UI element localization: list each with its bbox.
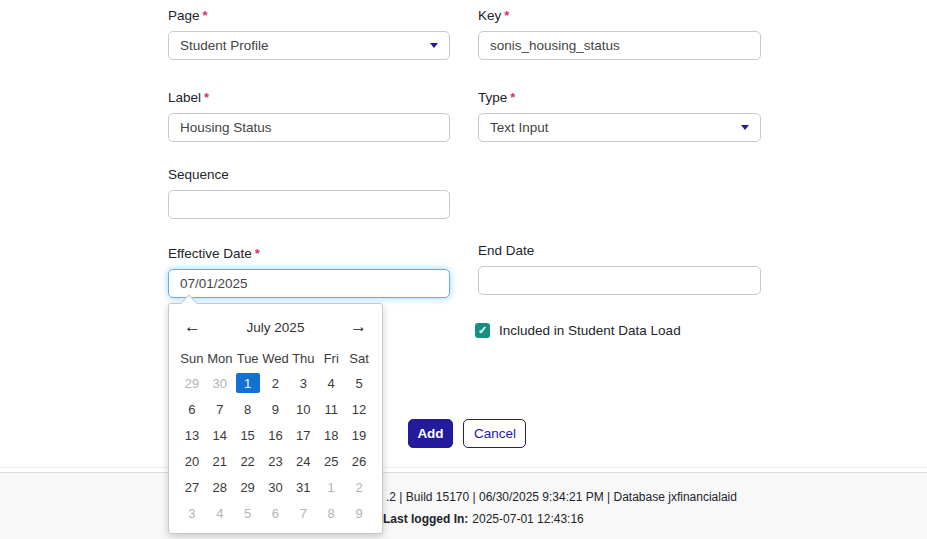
key-label: Key* [478,8,761,23]
required-asterisk: * [255,246,260,261]
calendar-day[interactable]: 18 [317,422,345,448]
calendar-day[interactable]: 22 [234,448,262,474]
page-select-value: Student Profile [180,38,269,53]
calendar-day[interactable]: 5 [345,370,373,396]
calendar-day[interactable]: 2 [262,370,290,396]
end-date-label: End Date [478,243,761,258]
effective-date-input[interactable] [168,269,450,298]
calendar-day-selected[interactable]: 1 [234,370,262,396]
calendar-day[interactable]: 4 [317,370,345,396]
add-button[interactable]: Add [408,419,453,448]
chevron-down-icon [741,125,749,130]
calendar-day[interactable]: 4 [206,500,234,526]
calendar-day-header: Sun [178,346,206,370]
calendar-day[interactable]: 28 [206,474,234,500]
calendar-day[interactable]: 15 [234,422,262,448]
footer-last-login: Last logged In:2025-07-01 12:43:16 [383,512,584,526]
calendar-day[interactable]: 3 [289,370,317,396]
required-asterisk: * [504,8,509,23]
chevron-down-icon [430,43,438,48]
calendar-day-header: Thu [289,346,317,370]
calendar-day[interactable]: 26 [345,448,373,474]
sequence-field-group: Sequence [168,167,450,219]
required-asterisk: * [510,90,515,105]
calendar-day[interactable]: 11 [317,396,345,422]
effective-date-label: Effective Date* [168,246,450,261]
calendar-day[interactable]: 25 [317,448,345,474]
student-data-load-checkbox-row: ✓ Included in Student Data Load [475,323,681,338]
calendar-day-header: Tue [234,346,262,370]
calendar-day[interactable]: 10 [289,396,317,422]
calendar-day[interactable]: 5 [234,500,262,526]
calendar-day[interactable]: 21 [206,448,234,474]
calendar-day[interactable]: 9 [262,396,290,422]
calendar-day[interactable]: 30 [206,370,234,396]
cancel-button[interactable]: Cancel [463,419,526,448]
required-asterisk: * [204,90,209,105]
calendar-day[interactable]: 30 [262,474,290,500]
calendar-day[interactable]: 12 [345,396,373,422]
calendar-day[interactable]: 6 [262,500,290,526]
included-in-student-data-load-checkbox[interactable]: ✓ [475,323,490,338]
type-field-group: Type* Text Input [478,90,761,142]
calendar-day[interactable]: 16 [262,422,290,448]
key-field-group: Key* [478,8,761,60]
key-input[interactable] [478,31,761,60]
type-select[interactable]: Text Input [478,113,761,142]
calendar-day[interactable]: 2 [345,474,373,500]
calendar-day[interactable]: 24 [289,448,317,474]
calendar-day[interactable]: 7 [206,396,234,422]
type-select-value: Text Input [490,120,549,135]
calendar-day[interactable]: 3 [178,500,206,526]
calendar-day-header: Wed [262,346,290,370]
previous-month-icon[interactable]: ← [180,312,205,344]
calendar-day[interactable]: 1 [317,474,345,500]
included-in-student-data-load-label: Included in Student Data Load [499,323,681,338]
next-month-icon[interactable]: → [346,312,371,344]
calendar-day[interactable]: 20 [178,448,206,474]
check-icon: ✓ [478,324,487,337]
calendar-day[interactable]: 19 [345,422,373,448]
footer-build-info: .2 | Build 15170 | 06/30/2025 9:34:21 PM… [386,490,737,504]
calendar-day-header: Fri [317,346,345,370]
effective-date-field-group: Effective Date* [168,246,450,298]
calendar-grid: 2930123456789101112131415161718192021222… [169,370,382,526]
calendar-day[interactable]: 13 [178,422,206,448]
calendar-day[interactable]: 8 [317,500,345,526]
label-input[interactable] [168,113,450,142]
content-divider [0,467,927,468]
type-label: Type* [478,90,761,105]
calendar-day[interactable]: 29 [234,474,262,500]
calendar-day[interactable]: 31 [289,474,317,500]
page-label: Page* [168,8,450,23]
page-field-group: Page* Student Profile [168,8,450,60]
calendar-day[interactable]: 14 [206,422,234,448]
sequence-label: Sequence [168,167,450,182]
calendar-day[interactable]: 29 [178,370,206,396]
calendar-day[interactable]: 23 [262,448,290,474]
calendar-dow-row: SunMonTueWedThuFriSat [169,344,382,370]
calendar-day[interactable]: 17 [289,422,317,448]
calendar-day[interactable]: 6 [178,396,206,422]
calendar-day[interactable]: 8 [234,396,262,422]
calendar-day[interactable]: 7 [289,500,317,526]
required-asterisk: * [203,8,208,23]
page-footer: .2 | Build 15170 | 06/30/2025 9:34:21 PM… [0,472,927,539]
calendar-day-header: Mon [206,346,234,370]
label-field-group: Label* [168,90,450,142]
calendar-day[interactable]: 9 [345,500,373,526]
datepicker-popup: ← July 2025 → SunMonTueWedThuFriSat 2930… [168,303,383,534]
datepicker-header: ← July 2025 → [169,312,382,344]
page-select[interactable]: Student Profile [168,31,450,60]
calendar-day[interactable]: 27 [178,474,206,500]
end-date-field-group: End Date [478,243,761,295]
end-date-input[interactable] [478,266,761,295]
form-actions: Add Cancel [408,419,526,448]
sequence-input[interactable] [168,190,450,219]
label-label: Label* [168,90,450,105]
calendar-day-header: Sat [345,346,373,370]
